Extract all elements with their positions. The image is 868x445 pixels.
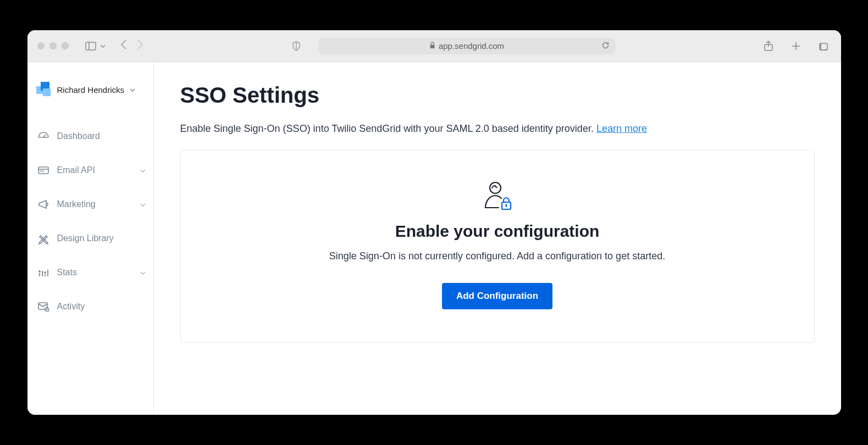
nav-label: Design Library <box>57 233 114 243</box>
chevron-down-icon <box>140 269 146 276</box>
svg-rect-18 <box>38 303 47 309</box>
design-library-icon <box>37 232 49 244</box>
nav-label: Dashboard <box>57 131 100 141</box>
close-window-button[interactable] <box>37 42 45 49</box>
svg-point-17 <box>45 272 46 273</box>
sidebar-dropdown-icon[interactable] <box>98 38 107 54</box>
learn-more-link[interactable]: Learn more <box>596 123 647 134</box>
sidebar-item-dashboard[interactable]: Dashboard <box>27 119 153 153</box>
card-description: Single Sign-On is not currently configur… <box>203 251 792 262</box>
sidebar-toggle-icon[interactable] <box>83 38 98 54</box>
nav-label: Marketing <box>57 199 96 209</box>
add-configuration-button[interactable]: Add Configuration <box>442 283 552 309</box>
stats-icon <box>37 266 49 279</box>
chevron-down-icon <box>140 166 146 174</box>
sidebar-item-marketing[interactable]: Marketing <box>27 187 153 221</box>
svg-point-10 <box>40 171 41 171</box>
window-controls <box>37 42 69 49</box>
config-card: Enable your configuration Single Sign-On… <box>180 150 815 343</box>
email-api-icon <box>37 164 49 176</box>
card-title: Enable your configuration <box>203 222 792 241</box>
privacy-shield-icon[interactable] <box>289 38 304 54</box>
nav-label: Email API <box>57 165 95 175</box>
svg-rect-8 <box>38 167 48 174</box>
sendgrid-logo-icon <box>36 82 52 97</box>
minimize-window-button[interactable] <box>49 42 57 49</box>
sidebar-item-email-api[interactable]: Email API <box>27 153 153 187</box>
url-text: app.sendgrid.com <box>439 41 504 51</box>
svg-line-20 <box>48 311 49 312</box>
sidebar-item-activity[interactable]: Activity <box>27 290 153 324</box>
address-bar[interactable]: app.sendgrid.com <box>318 38 615 54</box>
chevron-down-icon <box>130 86 135 93</box>
user-lock-icon <box>481 180 514 213</box>
nav-list: Dashboard Email API Marketing <box>27 119 153 324</box>
svg-rect-0 <box>86 42 96 50</box>
page-title: SSO Settings <box>180 83 815 108</box>
svg-point-16 <box>39 271 40 272</box>
sidebar-item-stats[interactable]: Stats <box>27 255 153 290</box>
dashboard-icon <box>37 130 49 142</box>
marketing-icon <box>37 198 49 210</box>
user-menu[interactable]: Richard Hendricks <box>27 77 153 119</box>
lock-icon <box>429 41 435 51</box>
activity-icon <box>37 301 49 313</box>
browser-window: app.sendgrid.com Richard Hen <box>27 30 841 415</box>
tabs-overview-icon[interactable] <box>816 38 831 54</box>
app-content: Richard Hendricks Dashboard Email API <box>27 62 841 415</box>
user-name: Richard Hendricks <box>57 85 125 94</box>
share-icon[interactable] <box>761 38 776 54</box>
new-tab-icon[interactable] <box>788 38 804 54</box>
svg-rect-3 <box>430 45 434 49</box>
maximize-window-button[interactable] <box>62 42 69 49</box>
browser-toolbar: app.sendgrid.com <box>27 30 841 62</box>
main-content: SSO Settings Enable Single Sign-On (SSO)… <box>154 62 841 415</box>
sidebar-item-design-library[interactable]: Design Library <box>27 221 153 255</box>
page-description: Enable Single Sign-On (SSO) into Twilio … <box>180 123 815 135</box>
chevron-down-icon <box>140 201 146 208</box>
forward-button[interactable] <box>137 39 143 53</box>
sidebar: Richard Hendricks Dashboard Email API <box>27 62 154 415</box>
back-button[interactable] <box>120 39 127 53</box>
nav-label: Stats <box>57 268 77 277</box>
nav-label: Activity <box>57 302 85 312</box>
reload-icon[interactable] <box>601 41 610 51</box>
